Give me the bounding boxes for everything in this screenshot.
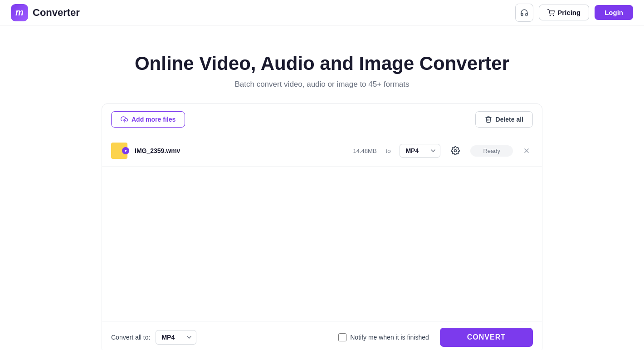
svg-point-3	[454, 150, 457, 152]
convert-label: CONVERT	[467, 333, 506, 341]
logo-area: m Converter	[11, 4, 80, 21]
svg-point-0	[550, 15, 551, 15]
convert-button[interactable]: CONVERT	[440, 328, 533, 347]
notify-label: Notify me when it is finished	[350, 334, 429, 341]
file-empty-area	[102, 167, 542, 321]
notify-checkbox[interactable]	[338, 333, 346, 341]
to-label: to	[386, 148, 391, 154]
hero-title: Online Video, Audio and Image Converter	[11, 53, 633, 74]
file-size: 14.48MB	[353, 148, 377, 154]
convert-all-area: Convert all to: MP4 MP3 AVI MOV MKV WMV …	[111, 330, 196, 345]
add-files-button[interactable]: Add more files	[111, 111, 185, 128]
main-content: Add more files Delete all ▶ IMG_2359.wmv	[91, 104, 553, 350]
hero-subtitle: Batch convert video, audio or image to 4…	[11, 80, 633, 89]
app-name: Converter	[33, 7, 80, 19]
status-badge: Ready	[470, 145, 513, 157]
hero-section: Online Video, Audio and Image Converter …	[0, 25, 644, 104]
login-label: Login	[605, 9, 623, 16]
header: m Converter Pricing Login	[0, 0, 644, 25]
bottom-bar: Convert all to: MP4 MP3 AVI MOV MKV WMV …	[102, 321, 542, 350]
delete-all-button[interactable]: Delete all	[475, 111, 533, 128]
app-logo-icon: m	[11, 4, 28, 21]
play-badge-icon: ▶	[122, 147, 129, 154]
upload-icon	[121, 116, 128, 123]
headphone-icon	[520, 9, 528, 17]
add-files-label: Add more files	[132, 116, 176, 123]
trash-icon	[485, 116, 492, 123]
pricing-button[interactable]: Pricing	[539, 5, 589, 20]
convert-all-format-select[interactable]: MP4 MP3 AVI MOV MKV WMV GIF WebM AAC FLA…	[156, 330, 196, 345]
convert-all-label: Convert all to:	[111, 334, 150, 341]
file-icon: ▶	[111, 143, 127, 159]
file-row: ▶ IMG_2359.wmv 14.48MB to MP4 MP3 AVI MO…	[102, 135, 542, 167]
remove-file-button[interactable]	[520, 144, 533, 157]
file-panel: Add more files Delete all ▶ IMG_2359.wmv	[102, 104, 542, 350]
close-icon	[523, 147, 530, 154]
cart-icon	[547, 9, 555, 16]
header-right: Pricing Login	[515, 4, 633, 22]
gear-icon	[451, 146, 460, 155]
settings-button[interactable]	[448, 143, 463, 158]
support-icon-button[interactable]	[515, 4, 533, 22]
right-actions: Notify me when it is finished CONVERT	[338, 328, 533, 347]
notify-area: Notify me when it is finished	[338, 333, 429, 341]
delete-all-label: Delete all	[496, 116, 523, 123]
svg-point-1	[553, 15, 554, 15]
file-format-select[interactable]: MP4 MP3 AVI MOV MKV WMV GIF WebM AAC FLA…	[400, 144, 440, 158]
login-button[interactable]: Login	[595, 5, 633, 20]
pricing-label: Pricing	[557, 9, 581, 16]
file-name: IMG_2359.wmv	[135, 147, 346, 154]
panel-toolbar: Add more files Delete all	[102, 104, 542, 135]
